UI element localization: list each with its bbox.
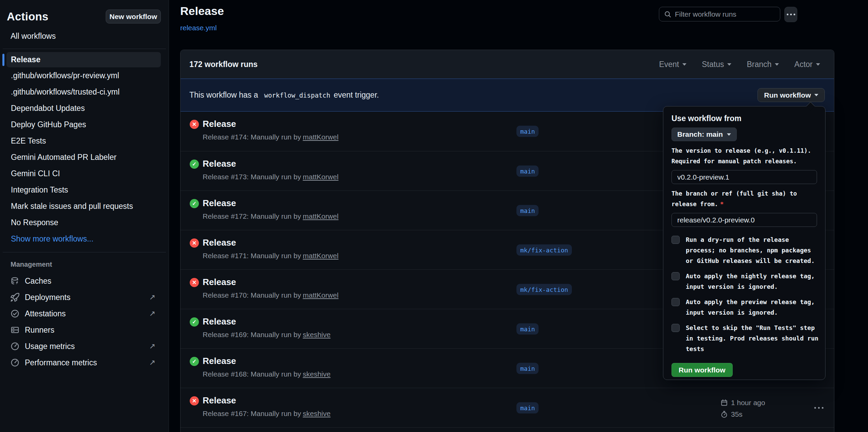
run-actor-link[interactable]: mattKorwel (303, 173, 339, 181)
server-icon (11, 326, 19, 334)
run-time-ago: 1 hour ago (731, 399, 765, 407)
run-title-link[interactable]: Release (203, 316, 236, 327)
run-title-link[interactable]: Release (203, 198, 236, 209)
workflow-list: Release .github/workflows/pr-review.yml … (0, 52, 169, 247)
run-workflow-submit-button[interactable]: Run workflow (671, 363, 733, 377)
run-title-link[interactable]: Release (203, 159, 236, 169)
run-title-link[interactable]: Release (203, 277, 236, 287)
run-title-link[interactable]: Release (203, 395, 236, 406)
branch-badge[interactable]: mk/fix-action (516, 284, 572, 295)
dry-run-checkbox[interactable]: Run a dry-run of the release process; no… (671, 234, 817, 266)
branch-badge[interactable]: main (516, 363, 539, 374)
page-title: Release (180, 4, 224, 18)
branch-badge[interactable]: main (516, 126, 539, 137)
run-options-kebab-button[interactable] (812, 404, 826, 411)
external-link-icon: ↗ (149, 309, 155, 318)
checkbox-box[interactable] (671, 236, 680, 244)
sidebar-item-all-workflows[interactable]: All workflows (11, 32, 56, 41)
branch-badge[interactable]: main (516, 402, 539, 413)
selected-accent-bar (2, 54, 4, 66)
run-actor-link[interactable]: mattKorwel (303, 212, 339, 220)
run-status-icon (190, 120, 199, 129)
run-actor-link[interactable]: mattKorwel (303, 291, 339, 299)
run-actor-link[interactable]: skeshive (303, 410, 331, 417)
run-workflow-dropdown-button[interactable]: Run workflow (758, 88, 825, 102)
run-description: Release #169: Manually run byskeshive (203, 331, 330, 339)
preview-tag-checkbox[interactable]: Auto apply the preview release tag, inpu… (671, 297, 817, 318)
search-icon (664, 11, 671, 18)
run-title-link[interactable]: Release (203, 119, 236, 129)
checkbox-label: Auto apply the preview release tag, inpu… (686, 297, 815, 318)
filter-workflow-runs-input[interactable]: Filter workflow runs (659, 7, 780, 21)
main-content: Release release.yml Filter workflow runs… (169, 0, 868, 432)
sidebar-item-performance-metrics[interactable]: Performance metrics ↗ (0, 354, 169, 371)
run-title-link[interactable]: Release (203, 237, 236, 248)
sidebar-item-workflow[interactable]: E2E Tests (0, 133, 169, 149)
chevron-down-icon (775, 63, 779, 66)
run-duration: 35s (731, 410, 743, 418)
run-status-icon (190, 317, 199, 327)
workflow-options-kebab-button[interactable] (784, 7, 797, 22)
required-asterisk: * (720, 201, 724, 207)
run-description: Release #174: Manually run bymattKorwel (203, 133, 339, 141)
run-actor-link[interactable]: mattKorwel (303, 252, 339, 260)
filter-placeholder: Filter workflow runs (675, 10, 736, 18)
sidebar-item-caches[interactable]: Caches (0, 273, 169, 289)
run-actor-link[interactable]: skeshive (303, 370, 331, 378)
external-link-icon: ↗ (149, 342, 155, 351)
run-description: Release #167: Manually run byskeshive (203, 410, 330, 418)
chevron-down-icon (682, 63, 686, 66)
branch-select-button[interactable]: Branch: main (671, 128, 737, 141)
skip-tests-checkbox[interactable]: Select to skip the "Run Tests" step in t… (671, 322, 817, 354)
run-description: Release #173: Manually run bymattKorwel (203, 173, 339, 181)
sidebar-item-attestations[interactable]: Attestations ↗ (0, 305, 169, 322)
sidebar-item-workflow[interactable]: No Response (0, 214, 169, 231)
status-filter-dropdown[interactable]: Status (702, 60, 731, 69)
version-input-description: The version to release (e.g., v0.1.11). … (671, 146, 817, 167)
runs-count: 172 workflow runs (189, 60, 258, 69)
sidebar-item-workflow[interactable]: Mark stale issues and pull requests (0, 198, 169, 214)
run-status-icon (190, 357, 199, 366)
branch-badge[interactable]: main (516, 323, 539, 334)
branch-filter-dropdown[interactable]: Branch (747, 60, 779, 69)
sidebar-item-workflow[interactable]: Gemini CLI CI (0, 165, 169, 182)
sidebar-item-workflow[interactable]: Deploy GitHub Pages (0, 116, 169, 133)
run-status-icon (190, 238, 199, 248)
nightly-tag-checkbox[interactable]: Auto apply the nightly release tag, inpu… (671, 271, 817, 292)
version-input[interactable] (671, 170, 817, 184)
sidebar-divider (3, 252, 166, 252)
event-filter-dropdown[interactable]: Event (659, 60, 686, 69)
checkbox-label: Auto apply the nightly release tag, inpu… (686, 271, 815, 292)
sidebar-item-workflow[interactable]: Gemini Automated PR Labeler (0, 149, 169, 165)
workflow-run-row: Release Release #167: Manually run byske… (181, 388, 834, 427)
ref-input[interactable] (671, 213, 817, 227)
calendar-icon (720, 399, 728, 406)
checkbox-box[interactable] (671, 298, 680, 306)
sidebar-item-usage-metrics[interactable]: Usage metrics ↗ (0, 338, 169, 354)
sidebar-item-deployments[interactable]: Deployments ↗ (0, 289, 169, 305)
actor-filter-dropdown[interactable]: Actor (794, 60, 820, 69)
new-workflow-button[interactable]: New workflow (106, 10, 161, 23)
sidebar-item-workflow[interactable]: .github/workflows/pr-review.yml (0, 67, 169, 84)
run-title-link[interactable]: Release (203, 356, 236, 366)
checkbox-box[interactable] (671, 324, 680, 332)
sidebar-item-runners[interactable]: Runners (0, 322, 169, 338)
run-description: Release #168: Manually run byskeshive (203, 370, 330, 378)
branch-badge[interactable]: main (516, 205, 539, 216)
workflow-file-link[interactable]: release.yml (180, 24, 217, 32)
run-actor-link[interactable]: mattKorwel (303, 133, 339, 141)
checkbox-box[interactable] (671, 272, 680, 280)
sidebar-item-workflow[interactable]: Integration Tests (0, 182, 169, 198)
run-actor-link[interactable]: skeshive (303, 331, 331, 338)
checkbox-label: Select to skip the "Run Tests" step in t… (686, 322, 818, 354)
sidebar-item-workflow[interactable]: Dependabot Updates (0, 100, 169, 116)
run-description: Release #170: Manually run bymattKorwel (203, 291, 339, 299)
sidebar-item-release[interactable]: Release (6, 52, 161, 67)
verified-icon (11, 309, 19, 318)
branch-badge[interactable]: main (516, 165, 539, 177)
branch-badge[interactable]: mk/fix-action (516, 244, 572, 255)
show-more-workflows-link[interactable]: Show more workflows... (0, 231, 169, 247)
sidebar-item-workflow[interactable]: .github/workflows/trusted-ci.yml (0, 84, 169, 100)
chevron-down-icon (816, 63, 820, 66)
run-description: Release #171: Manually run bymattKorwel (203, 252, 339, 260)
